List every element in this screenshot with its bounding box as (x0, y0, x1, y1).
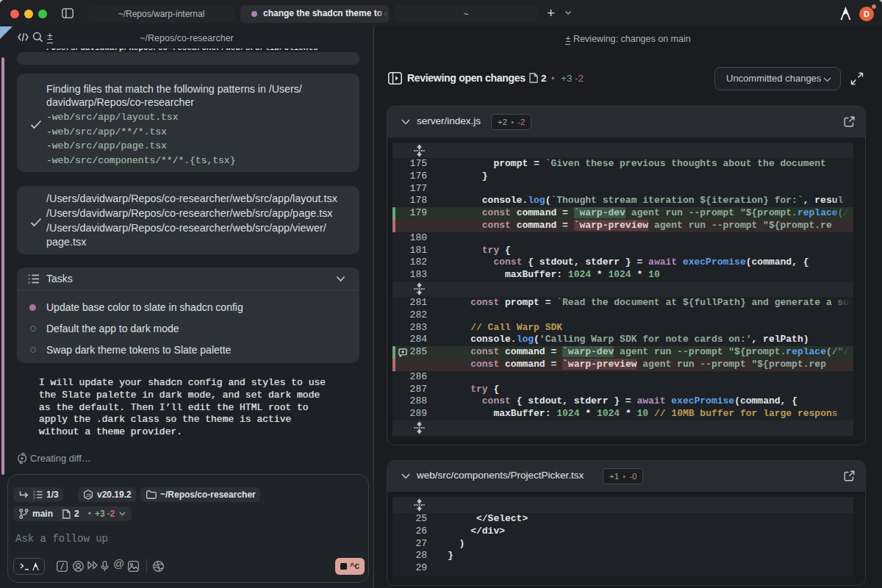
svg-text:JS: JS (86, 493, 91, 498)
